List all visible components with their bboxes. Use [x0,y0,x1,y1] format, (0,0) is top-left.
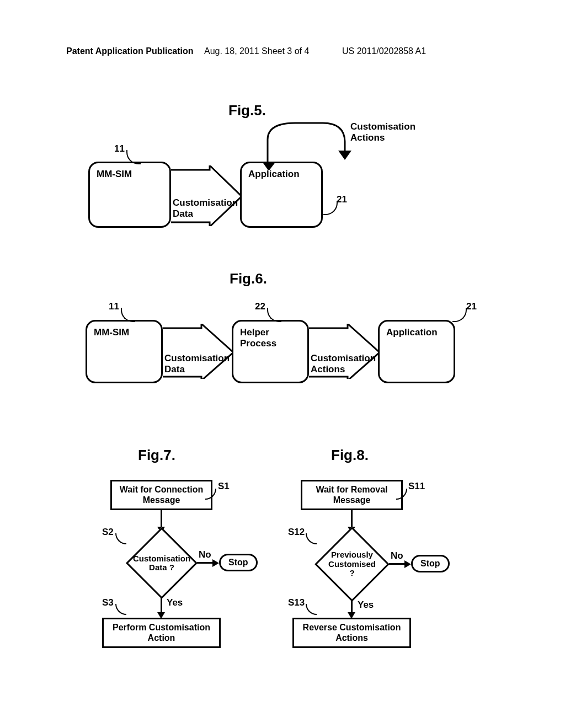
fig7-s2-text: Customisation Data ? [138,539,185,587]
fig5-selfloop-label: Customisation Actions [350,121,422,143]
fig6-ref-22: 22 [255,301,265,312]
fig7-s3-box: Perform Customisation Action [102,618,221,648]
header-mid: Aug. 18, 2011 Sheet 3 of 4 [204,46,309,56]
fig8-s13-leader [306,604,317,615]
fig5-app-box: Application [240,162,323,228]
fig8-title: Fig.8. [331,447,369,464]
fig6-ref-11: 11 [109,301,119,312]
fig8-s13-text: Reverse Customisation Actions [294,623,409,643]
fig8-yes-line [351,600,353,613]
fig8-s11-text: Wait for Removal Message [302,485,401,505]
fig6-mmsim-label: MM-SIM [94,327,129,338]
fig7-s1-text: Wait for Connection Message [112,485,211,505]
fig8-yes-label: Yes [358,599,374,611]
fig8-s12-text: Previously Customised ? [327,539,377,589]
fig7-no-arrowhead [212,559,219,567]
fig7-s3-leader [115,604,126,615]
fig8-stop: Stop [411,555,450,572]
fig5-selfloop-arrow [262,120,356,170]
fig7-title: Fig.7. [138,447,175,464]
fig7-no-line [197,562,214,564]
fig6-arrow1-label: Customisation Data [164,353,231,375]
fig8-s12-diamond: Previously Customised ? [315,527,390,602]
fig5-title: Fig.5. [228,102,266,119]
fig8-s12-ref: S12 [288,527,305,538]
fig5-mmsim-box: MM-SIM [88,162,171,228]
fig6-helper-label: Helper Process [240,327,284,349]
fig5-app-label: Application [248,169,300,179]
fig6-arrow2-label: Customisation Actions [311,353,377,375]
fig6-app-box: Application [378,320,455,383]
fig6-app-label: Application [386,327,438,338]
fig7-s1-box: Wait for Connection Message [110,480,212,510]
fig6-mmsim-box: MM-SIM [86,320,163,383]
fig8-arrow-s11-s12 [351,510,353,528]
fig8-no-label: No [391,550,403,561]
fig6-title: Fig.6. [230,270,267,287]
fig7-s2-ref: S2 [102,527,114,538]
fig8-s13-box: Reverse Customisation Actions [292,618,411,648]
fig7-s2-leader [115,533,126,544]
fig7-stop: Stop [219,554,258,571]
fig7-yes-label: Yes [167,597,183,608]
fig7-s3-text: Perform Customisation Action [104,623,219,643]
header-right: US 2011/0202858 A1 [342,46,426,56]
fig7-no-label: No [199,549,211,560]
fig7-s1-leader [205,489,216,500]
fig7-arrow-s1-s2 [161,510,162,528]
fig5-mmsim-label: MM-SIM [97,169,132,179]
fig6-helper-box: Helper Process [232,320,309,383]
fig7-yes-line [161,597,162,613]
fig5-ref-21: 21 [337,194,347,205]
fig7-s1-ref: S1 [218,481,230,492]
fig6-ref-21: 21 [466,301,477,312]
fig5-ref21-leader [323,201,338,215]
fig8-s12-leader [306,533,317,544]
fig7-s2-diamond: Customisation Data ? [126,527,198,599]
fig8-s11-ref: S11 [408,481,425,492]
fig8-s11-leader [396,489,407,500]
fig8-s11-box: Wait for Removal Message [301,480,403,510]
fig7-s3-ref: S3 [102,597,114,608]
fig5-ref-11: 11 [114,143,125,154]
fig8-no-arrowhead [404,560,411,568]
fig5-arrow-label: Customisation Data [173,197,239,220]
fig8-s13-ref: S13 [288,597,305,608]
fig6-ref21-leader [452,308,467,322]
fig8-no-line [389,563,406,565]
header-left: Patent Application Publication [66,46,194,56]
